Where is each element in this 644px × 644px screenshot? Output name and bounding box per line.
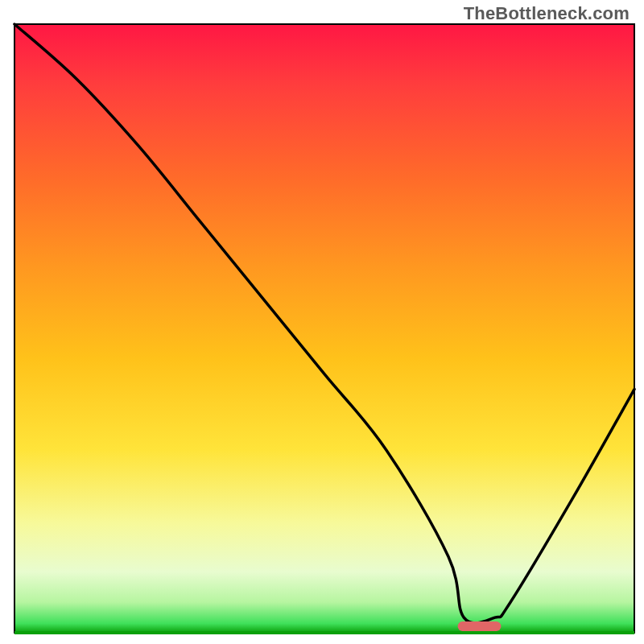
chart-root: { "watermark": "TheBottleneck.com", "cha… <box>0 0 644 644</box>
optimal-marker <box>458 621 502 631</box>
bottleneck-chart <box>0 0 644 644</box>
plot-area <box>14 24 634 633</box>
